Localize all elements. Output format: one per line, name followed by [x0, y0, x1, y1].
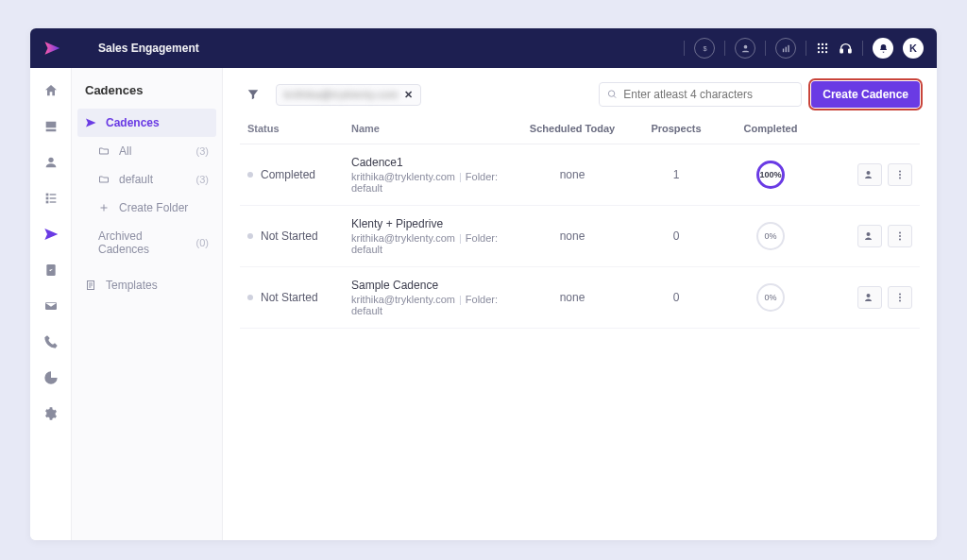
scheduled-cell: none: [516, 168, 629, 181]
svg-point-42: [899, 297, 901, 298]
svg-point-1: [743, 44, 747, 48]
filter-chip-value: krithika@tryklenty.com: [284, 89, 399, 100]
table-row[interactable]: Completed Cadence1 krithika@tryklenty.co…: [240, 144, 920, 206]
create-cadence-button[interactable]: Create Cadence: [811, 81, 920, 108]
sidebar-templates[interactable]: Templates: [72, 271, 222, 299]
filter-chip: krithika@tryklenty.com ✕: [276, 84, 421, 106]
nav-settings-icon[interactable]: [43, 406, 59, 421]
row-actions: [818, 286, 912, 309]
svg-point-10: [825, 47, 827, 49]
credits-icon[interactable]: $: [694, 38, 715, 59]
search-box[interactable]: [599, 82, 802, 107]
main-content: krithika@tryklenty.com ✕ Create Cadence …: [223, 68, 937, 540]
close-icon[interactable]: ✕: [404, 89, 413, 101]
svg-point-5: [818, 43, 820, 45]
progress-ring: 100%: [756, 161, 785, 189]
prospects-cell: 0: [629, 229, 723, 243]
col-scheduled: Scheduled Today: [516, 123, 629, 134]
dialpad-icon[interactable]: [816, 42, 829, 55]
app-window: Sales Engagement $: [30, 28, 937, 540]
headset-icon[interactable]: [839, 42, 853, 56]
status-dot-icon: [247, 233, 253, 239]
plus-icon: [98, 202, 111, 213]
nav-inbox-icon[interactable]: [43, 119, 59, 134]
sidebar-create-folder[interactable]: Create Folder: [72, 194, 222, 222]
notifications-icon[interactable]: [873, 38, 893, 59]
more-button[interactable]: [888, 286, 912, 309]
status-cell: Completed: [247, 168, 351, 181]
funnel-icon: [246, 88, 260, 101]
svg-point-7: [825, 43, 827, 45]
add-prospect-button[interactable]: [857, 286, 882, 309]
svg-rect-22: [49, 201, 56, 202]
col-completed: Completed: [723, 123, 818, 134]
more-vertical-icon: [894, 230, 906, 242]
progress-ring: 0%: [756, 283, 785, 312]
more-button[interactable]: [888, 163, 912, 186]
prospects-cell: 1: [629, 168, 723, 181]
status-cell: Not Started: [247, 229, 351, 243]
search-icon: [607, 89, 618, 100]
add-prospect-button[interactable]: [857, 163, 882, 186]
filter-button[interactable]: [240, 81, 266, 108]
svg-rect-19: [45, 197, 48, 200]
sidebar-archived[interactable]: Archived Cadences (0): [72, 222, 222, 263]
svg-point-39: [899, 239, 901, 241]
count-badge: (3): [196, 145, 209, 157]
sidebar-item-label: Archived Cadences: [98, 229, 189, 256]
nav-mail-icon[interactable]: [43, 298, 59, 314]
svg-point-32: [867, 171, 871, 175]
svg-rect-14: [840, 49, 843, 53]
nav-calls-icon[interactable]: [43, 334, 59, 349]
owner-email: krithika@tryklenty.com: [351, 294, 455, 305]
search-input[interactable]: [623, 88, 793, 101]
sidebar-default[interactable]: default (3): [72, 165, 222, 194]
nav-list-icon[interactable]: [43, 191, 59, 206]
svg-point-13: [825, 51, 827, 53]
user-plus-icon: [864, 169, 875, 180]
table-row[interactable]: Not Started Klenty + Pipedrive krithika@…: [240, 206, 920, 267]
completed-cell: 0%: [723, 222, 818, 250]
progress-ring: 0%: [756, 222, 785, 250]
avatar[interactable]: K: [903, 38, 924, 59]
folder-icon: [98, 174, 111, 185]
document-icon: [85, 280, 98, 291]
svg-point-30: [609, 91, 615, 96]
completed-cell: 0%: [723, 283, 818, 312]
table-row[interactable]: Not Started Sample Cadence krithika@tryk…: [240, 267, 920, 329]
name-cell: Sample Cadence krithika@tryklenty.com|Fo…: [351, 279, 516, 316]
svg-rect-15: [849, 49, 852, 53]
add-prospect-button[interactable]: [857, 225, 882, 247]
sidebar-all[interactable]: All (3): [72, 137, 222, 165]
svg-rect-17: [45, 194, 48, 196]
folder-icon: [98, 145, 111, 157]
svg-point-41: [899, 294, 901, 296]
svg-text:$: $: [703, 43, 706, 52]
nav-contacts-icon[interactable]: [43, 155, 59, 170]
sidebar-cadences[interactable]: Cadences: [77, 109, 216, 137]
chart-icon[interactable]: [775, 38, 796, 59]
sidebar-item-label: Create Folder: [119, 201, 188, 214]
status-text: Completed: [261, 168, 315, 181]
more-vertical-icon: [894, 169, 906, 180]
user-icon[interactable]: [735, 38, 755, 59]
status-dot-icon: [247, 172, 253, 178]
svg-point-43: [899, 300, 901, 302]
nav-cadences-icon[interactable]: [43, 227, 59, 242]
svg-rect-2: [782, 48, 783, 52]
more-button[interactable]: [888, 225, 912, 247]
nav-home-icon[interactable]: [43, 83, 59, 98]
col-prospects: Prospects: [629, 123, 723, 134]
owner-email: krithika@tryklenty.com: [351, 232, 455, 244]
nav-rail: [30, 68, 72, 540]
col-status: Status: [247, 123, 351, 134]
svg-point-40: [867, 294, 871, 297]
completed-cell: 100%: [723, 161, 818, 189]
row-actions: [818, 163, 912, 186]
nav-tasks-icon[interactable]: [43, 263, 59, 278]
svg-point-8: [818, 47, 820, 49]
sidebar-item-label: default: [119, 173, 153, 186]
scheduled-cell: none: [516, 229, 629, 243]
nav-reports-icon[interactable]: [43, 370, 59, 385]
table-header: Status Name Scheduled Today Prospects Co…: [240, 108, 920, 144]
